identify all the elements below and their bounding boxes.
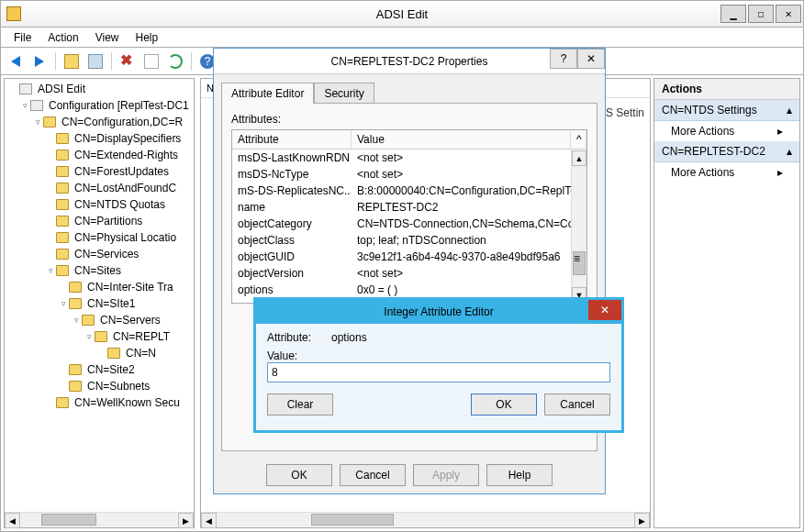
dialog-help-button[interactable]: ? (550, 49, 577, 69)
list-hscroll[interactable]: ◀ ▶ (201, 512, 650, 527)
attributes-label: Attributes: (231, 113, 587, 126)
tree-node[interactable]: CN=ForestUpdates (6, 163, 192, 180)
attribute-list[interactable]: Attribute Value ^ msDS-LastKnownRDN<not … (231, 129, 587, 304)
attribute-row[interactable]: objectClasstop; leaf; nTDSConnection (232, 232, 586, 249)
arrow-right-icon (35, 56, 44, 67)
expand-toggle-icon[interactable]: ▿ (84, 332, 95, 341)
clear-button[interactable]: Clear (267, 393, 333, 416)
tree-node[interactable]: CN=N (6, 345, 192, 361)
tree-node-label: CN=Extended-Rights (73, 148, 180, 162)
refresh-button[interactable] (164, 50, 186, 72)
scroll-thumb[interactable]: ≡ (573, 251, 586, 275)
up-button[interactable] (61, 50, 83, 72)
scroll-thumb[interactable] (41, 514, 96, 526)
tree-node[interactable]: CN=Extended-Rights (6, 147, 192, 163)
integer-dialog-close-button[interactable]: ✕ (588, 300, 621, 320)
integer-editor-dialog: Integer Attribute Editor ✕ Attribute: op… (253, 297, 624, 433)
scroll-left-icon[interactable]: ◀ (5, 513, 20, 528)
show-hide-tree-button[interactable] (84, 50, 106, 72)
action-group-repltest[interactable]: CN=REPLTEST-DC2 ▴ (654, 141, 799, 162)
tree-node[interactable]: ADSI Edit (6, 81, 192, 97)
menu-view[interactable]: View (88, 29, 127, 46)
scroll-right-icon[interactable]: ▶ (634, 513, 650, 528)
delete-icon: ✖ (120, 54, 135, 69)
action-more-1[interactable]: More Actions ▸ (654, 121, 799, 141)
col-value[interactable]: Value (352, 130, 571, 149)
tab-attribute-editor[interactable]: Attribute Editor (221, 83, 314, 104)
ok-button[interactable]: OK (471, 393, 537, 416)
folder-icon (56, 216, 69, 227)
tree-node[interactable]: ▿CN=Sites (6, 262, 192, 279)
tree-view[interactable]: ADSI Edit▿Configuration [ReplTest-DC1▿CN… (5, 79, 194, 512)
attr-value-cell: top; leaf; nTDSConnection (352, 232, 586, 249)
col-attribute[interactable]: Attribute (232, 130, 352, 149)
tree-node[interactable]: CN=Inter-Site Tra (6, 279, 192, 295)
attribute-row[interactable]: nameREPLTEST-DC2 (232, 199, 586, 216)
delete-button[interactable]: ✖ (117, 50, 139, 72)
attribute-row[interactable]: msDS-LastKnownRDN<not set> (232, 150, 586, 166)
folder-icon (56, 232, 69, 243)
tree-node[interactable]: ▿Configuration [ReplTest-DC1 (6, 97, 192, 114)
attr-vscroll[interactable]: ▲ ≡ ▼ (571, 150, 586, 303)
tree-node[interactable]: ▿CN=REPLT (6, 328, 192, 345)
tree-node[interactable]: CN=Partitions (6, 213, 192, 229)
expand-toggle-icon[interactable]: ▿ (58, 299, 69, 308)
folder-icon (56, 150, 69, 161)
menu-action[interactable]: Action (40, 29, 85, 46)
tree-hscroll[interactable]: ◀ ▶ (5, 512, 194, 527)
attribute-row[interactable]: objectVersion<not set> (232, 265, 586, 282)
value-label: Value: (267, 349, 610, 362)
forward-button[interactable] (28, 50, 50, 72)
tree-node[interactable]: ▿CN=Servers (6, 312, 192, 328)
ok-button[interactable]: OK (266, 464, 332, 486)
folder-up-icon (64, 54, 79, 69)
tree-node[interactable]: CN=Physical Locatio (6, 229, 192, 246)
tree-node-label: CN=Configuration,DC=R (60, 115, 184, 129)
tree-node[interactable]: CN=Subnets (6, 378, 192, 394)
expand-toggle-icon[interactable]: ▿ (19, 101, 30, 110)
integer-dialog-title-bar[interactable]: Integer Attribute Editor ✕ (256, 300, 621, 324)
attribute-row[interactable]: options0x0 = ( ) (232, 282, 586, 298)
expand-toggle-icon[interactable]: ▿ (71, 316, 82, 325)
menu-help[interactable]: Help (128, 29, 166, 46)
menu-file[interactable]: File (6, 29, 39, 46)
tree-node[interactable]: CN=NTDS Quotas (6, 196, 192, 213)
tree-node[interactable]: ▿CN=SIte1 (6, 295, 192, 312)
attribute-row[interactable]: mS-DS-ReplicatesNC...B:8:00000040:CN=Con… (232, 183, 586, 199)
title-bar: ADSI Edit (0, 0, 804, 28)
tree-node[interactable]: CN=WellKnown Secu (6, 394, 192, 411)
attribute-row[interactable]: objectCategoryCN=NTDS-Connection,CN=Sche… (232, 216, 586, 232)
scroll-right-icon[interactable]: ▶ (178, 513, 194, 528)
separator (55, 52, 56, 71)
value-input[interactable] (267, 362, 610, 382)
tab-strip: Attribute Editor Security (221, 82, 597, 103)
expand-toggle-icon[interactable]: ▿ (32, 117, 43, 127)
scroll-left-icon[interactable]: ◀ (201, 513, 217, 528)
back-button[interactable] (5, 50, 27, 72)
folder-icon (107, 348, 120, 359)
tree-node[interactable]: CN=LostAndFoundC (6, 180, 192, 196)
scroll-thumb[interactable] (311, 514, 394, 526)
action-more-2[interactable]: More Actions ▸ (654, 162, 799, 183)
scroll-up-icon[interactable]: ▲ (572, 150, 586, 166)
action-group-ntds[interactable]: CN=NTDS Settings ▴ (654, 100, 799, 121)
list-item-truncated[interactable]: S Settin (606, 106, 644, 119)
cancel-button[interactable]: Cancel (340, 464, 406, 486)
expand-toggle-icon[interactable]: ▿ (45, 266, 56, 275)
help-button[interactable]: Help (486, 464, 553, 486)
attribute-row[interactable]: msDS-NcType<not set> (232, 166, 586, 183)
dialog-title-bar[interactable]: CN=REPLTEST-DC2 Properties ? ✕ (214, 49, 605, 74)
apply-button[interactable]: Apply (413, 464, 479, 486)
tree-node[interactable]: CN=Services (6, 246, 192, 262)
dialog-close-button[interactable]: ✕ (577, 49, 605, 69)
tree-node[interactable]: CN=Site2 (6, 361, 192, 378)
attr-value-cell: 3c9e12f1-a6b4-494c-9370-a8e49bdf95a6 (352, 249, 586, 265)
properties-button[interactable] (140, 50, 162, 72)
dialog-button-row: OK Cancel Apply Help (214, 464, 605, 486)
tree-node[interactable]: ▿CN=Configuration,DC=R (6, 114, 192, 130)
tree-node[interactable]: CN=DisplaySpecifiers (6, 130, 192, 147)
integer-dialog-title: Integer Attribute Editor (384, 305, 493, 318)
attribute-row[interactable]: objectGUID3c9e12f1-a6b4-494c-9370-a8e49b… (232, 249, 586, 265)
tab-security[interactable]: Security (314, 83, 374, 104)
cancel-button[interactable]: Cancel (544, 393, 610, 416)
